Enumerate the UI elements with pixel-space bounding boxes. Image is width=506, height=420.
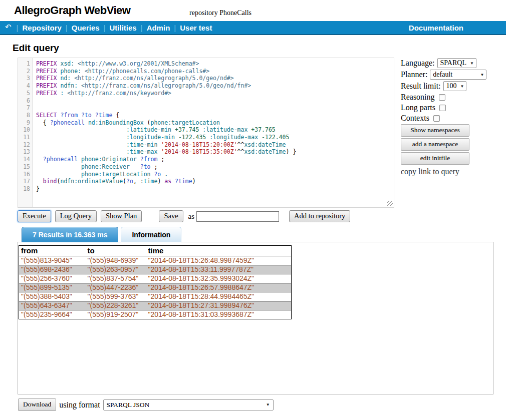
nav-bar: ↶ |Repository|Queries|Utilities|Admin|Us… <box>0 21 506 35</box>
code-line: :longitude-min -122.435 :longitude-max -… <box>36 134 296 141</box>
repository-label: repository PhoneCalls <box>189 9 251 17</box>
reasoning-checkbox[interactable] <box>439 94 445 101</box>
contexts-label: Contexts <box>401 114 429 123</box>
table-cell: "2014-08-18T15:32:35.9993024Z" <box>146 274 292 283</box>
nav-item-user-test[interactable]: User test <box>180 24 212 32</box>
app-title: AllegroGraph WebView <box>14 4 130 17</box>
table-row: "(555)235-9664""(555)919-2507""2014-08-1… <box>19 310 292 319</box>
back-arrow-icon[interactable]: ↶ <box>5 23 12 32</box>
nav-item-documentation[interactable]: Documentation <box>409 24 463 32</box>
table-row: "(555)388-5403""(555)599-3763""2014-08-1… <box>19 292 292 301</box>
tab-information[interactable]: Information <box>121 227 181 242</box>
column-header-time: time <box>146 246 292 256</box>
table-cell: "(555)899-5135" <box>19 283 86 292</box>
table-cell: "(555)263-0957" <box>86 265 146 274</box>
line-number: 6 <box>18 97 30 105</box>
nav-separator: | <box>174 24 176 32</box>
code-line <box>36 104 296 112</box>
using-format-label: using format <box>59 400 100 409</box>
copy-link-to-query[interactable]: copy link to query <box>401 167 496 176</box>
table-row: "(555)256-3760""(555)837-5754""2014-08-1… <box>19 274 292 283</box>
add-to-repository-button[interactable]: Add to repository <box>289 210 350 222</box>
page-title: Edit query <box>13 43 59 54</box>
table-cell: "(555)837-5754" <box>86 274 146 283</box>
line-number: 5 <box>18 90 30 97</box>
code-line: { ?phonecall nd:inBoundingBox (phone:tar… <box>36 119 296 127</box>
reasoning-row: Reasoning <box>401 93 496 102</box>
query-options-panel: Language: SPARQL ▼ Planner: default ▼ Re… <box>401 58 496 176</box>
planner-select[interactable]: default ▼ <box>430 70 486 80</box>
nav-item-admin[interactable]: Admin <box>147 24 170 32</box>
language-select[interactable]: SPARQL ▼ <box>437 58 476 68</box>
code-line: bind(ndfn:ordinateValue(?o, :time) as ?t… <box>36 178 296 185</box>
table-cell: "(555)235-9664" <box>19 310 86 319</box>
result-limit-select[interactable]: 100 ▼ <box>443 81 467 91</box>
edit-initfile-button[interactable]: edit initfile <box>401 152 469 165</box>
code-line: PREFIX nd: <http://franz.com/ns/allegrog… <box>36 75 296 82</box>
table-cell: "(555)388-5403" <box>19 292 86 301</box>
code-line: PREFIX : <http://franz.com/ns/keyword#> <box>36 90 296 97</box>
table-cell: "2014-08-18T15:33:11.9997787Z" <box>146 265 292 274</box>
line-number: 1 <box>18 60 30 68</box>
table-row: "(555)698-2436""(555)263-0957""2014-08-1… <box>19 265 292 274</box>
editor-code: PREFIX xsd: <http://www.w3.org/2001/XMLS… <box>33 58 296 207</box>
code-line <box>36 97 296 105</box>
nav-separator: | <box>17 24 19 32</box>
table-cell: "2014-08-18T15:27:31.9989476Z" <box>146 301 292 310</box>
long-parts-checkbox[interactable] <box>439 105 446 111</box>
editor-resize-grip[interactable] <box>387 201 393 206</box>
table-cell: "2014-08-18T15:31:03.9993687Z" <box>146 310 292 319</box>
line-number: 4 <box>18 82 30 90</box>
query-editor[interactable]: 123456789101112131415161718 PREFIX xsd: … <box>18 58 394 208</box>
table-cell: "(555)599-3763" <box>86 292 146 301</box>
column-header-to: to <box>86 246 146 256</box>
table-row: "(555)899-5135""(555)447-2236""2014-08-1… <box>19 283 292 292</box>
nav-item-utilities[interactable]: Utilities <box>110 24 137 32</box>
code-line: phone:targetLocation ?o . <box>36 171 296 178</box>
results-panel: fromtotime "(555)813-9045""(555)948-6939… <box>18 242 493 394</box>
editor-gutter: 123456789101112131415161718 <box>18 58 33 207</box>
long-parts-row: Long parts <box>401 103 496 112</box>
format-select[interactable]: SPARQL JSON ▼ <box>103 399 274 410</box>
code-line: PREFIX phone: <http://phonecalls.com/pho… <box>36 68 296 75</box>
table-header-row: fromtotime <box>19 246 292 256</box>
code-line: SELECT ?from ?to ?time { <box>36 112 296 119</box>
execute-button[interactable]: Execute <box>18 210 51 222</box>
log-query-button[interactable]: Log Query <box>55 210 97 222</box>
show-namespaces-button[interactable]: Show namespaces <box>401 124 469 137</box>
results-tabs: 7 Results in 16.363 ms Information <box>22 227 181 242</box>
line-number: 12 <box>18 141 30 149</box>
show-plan-button[interactable]: Show Plan <box>101 210 142 222</box>
save-name-input[interactable] <box>196 211 279 222</box>
save-button[interactable]: Save <box>159 210 183 222</box>
tab-results[interactable]: 7 Results in 16.363 ms <box>22 227 118 242</box>
table-cell: "(555)919-2507" <box>86 310 146 319</box>
line-number: 2 <box>18 68 30 75</box>
action-row: Execute Log Query Show Plan Save as Add … <box>18 210 354 222</box>
result-limit-row: Result limit: 100 ▼ <box>401 81 496 91</box>
nav-item-repository[interactable]: Repository <box>22 24 61 32</box>
line-number: 11 <box>18 134 30 141</box>
add-namespace-button[interactable]: add a namespace <box>401 138 469 151</box>
format-value: SPARQL JSON <box>107 401 150 409</box>
planner-row: Planner: default ▼ <box>401 70 496 80</box>
table-row: "(555)813-9045""(555)948-6939""2014-08-1… <box>19 256 292 265</box>
line-number: 8 <box>18 112 30 119</box>
nav-item-queries[interactable]: Queries <box>72 24 100 32</box>
column-header-from: from <box>19 246 86 256</box>
code-line: phone:Receiver ?to ; <box>36 163 296 171</box>
language-value: SPARQL <box>440 59 466 67</box>
table-row: "(555)643-6347""(555)228-3261""2014-08-1… <box>19 301 292 310</box>
code-line: ?phonecall phone:Originator ?from ; <box>36 156 296 163</box>
line-number: 17 <box>18 178 30 185</box>
result-limit-value: 100 <box>446 82 457 90</box>
contexts-checkbox[interactable] <box>433 115 440 122</box>
results-table: fromtotime "(555)813-9045""(555)948-6939… <box>19 245 292 319</box>
download-button[interactable]: Download <box>18 398 56 411</box>
nav-separator: | <box>141 24 143 32</box>
code-line: } <box>36 185 296 193</box>
chevron-down-icon: ▼ <box>480 73 484 77</box>
table-cell: "(555)643-6347" <box>19 301 86 310</box>
line-number: 9 <box>18 119 30 127</box>
code-line: :time-max '2014-08-18T15:35:00Z'^^xsd:da… <box>36 148 296 156</box>
